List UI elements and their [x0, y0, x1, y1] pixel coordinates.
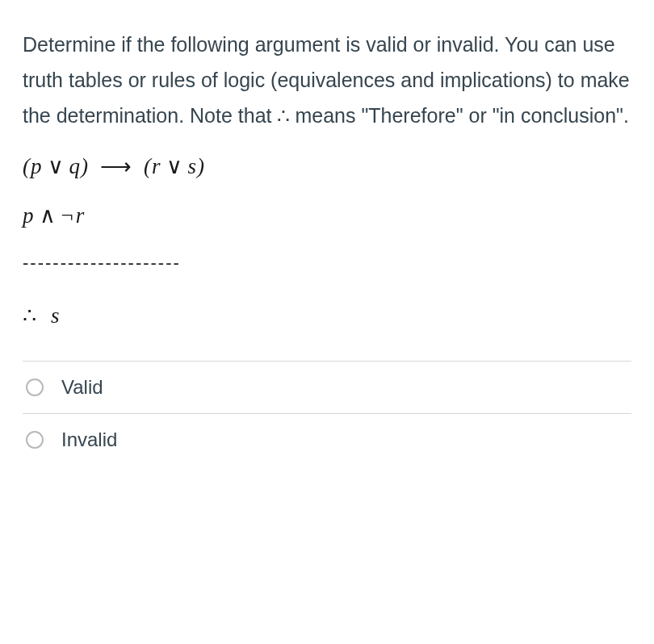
option-label: Valid [61, 376, 103, 399]
option-label: Invalid [61, 429, 117, 451]
options-list: Valid Invalid [23, 361, 631, 456]
premise-2: p∧¬r [23, 205, 631, 227]
var-r: r [76, 203, 86, 228]
paren-close: ) [81, 154, 89, 178]
var-p: p [23, 203, 35, 228]
conclusion-line: ∴s [23, 303, 631, 328]
question-text: Determine if the following argument is v… [23, 27, 631, 133]
radio-icon[interactable] [26, 431, 44, 449]
option-valid[interactable]: Valid [23, 362, 631, 414]
paren-open: ( [23, 154, 31, 178]
var-r: r [152, 154, 161, 178]
var-q: q [69, 154, 82, 178]
argument-block: (p∨q)⟶(r∨s) p∧¬r --------------------- ∴… [23, 156, 631, 328]
not-operator: ¬ [61, 203, 76, 228]
argument-separator: --------------------- [23, 254, 631, 272]
var-s: s [188, 154, 198, 178]
arrow-operator: ⟶ [89, 154, 144, 178]
premise-1: (p∨q)⟶(r∨s) [23, 156, 631, 178]
radio-icon[interactable] [26, 378, 44, 396]
or-operator: ∨ [161, 154, 188, 178]
and-operator: ∧ [35, 203, 61, 228]
question-part2: means "Therefore" or "in conclusion". [289, 104, 628, 127]
therefore-icon: ∴ [23, 303, 36, 328]
paren-open: ( [144, 154, 152, 178]
var-p: p [31, 154, 43, 178]
or-operator: ∨ [43, 154, 69, 178]
var-s: s [51, 303, 60, 328]
therefore-symbol-inline: ∴ [277, 104, 289, 127]
paren-close: ) [197, 154, 205, 178]
option-invalid[interactable]: Invalid [23, 414, 631, 456]
